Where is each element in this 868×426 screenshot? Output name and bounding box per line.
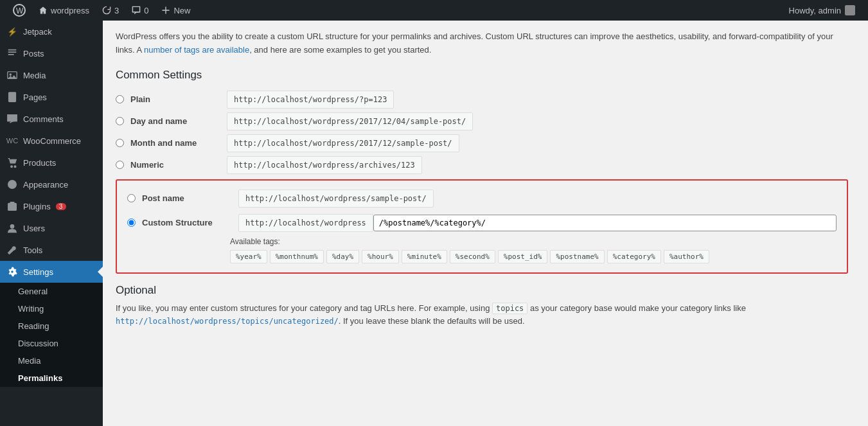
posts-icon bbox=[6, 48, 18, 59]
sidebar-item-jetpack[interactable]: ⚡ Jetpack bbox=[0, 21, 103, 42]
post-name-label: Post name bbox=[142, 193, 232, 203]
plugins-icon bbox=[6, 200, 18, 212]
sidebar-item-pages[interactable]: Pages bbox=[0, 86, 103, 108]
day-name-row: Day and name http://localhost/wordpress/… bbox=[116, 112, 848, 130]
available-tags-area: Available tags: %year% %monthnum% %day% … bbox=[127, 237, 837, 263]
day-name-label: Day and name bbox=[130, 116, 220, 126]
sidebar-item-tools[interactable]: Tools bbox=[0, 239, 103, 261]
tags-link[interactable]: number of tags are available bbox=[144, 45, 249, 55]
submenu-reading[interactable]: Reading bbox=[0, 317, 103, 335]
sidebar-label-plugins: Plugins bbox=[23, 202, 51, 211]
custom-label: Custom Structure bbox=[142, 218, 232, 227]
comments-icon bbox=[132, 6, 141, 15]
updates-item[interactable]: 3 bbox=[96, 0, 125, 21]
tag-year[interactable]: %year% bbox=[230, 250, 267, 263]
tag-postname[interactable]: %postname% bbox=[550, 250, 604, 263]
tag-author[interactable]: %author% bbox=[664, 250, 709, 263]
sidebar-label-settings: Settings bbox=[23, 267, 53, 277]
main-layout: ⚡ Jetpack Posts Media Pages Comments bbox=[0, 21, 868, 426]
submenu-discussion[interactable]: Discussion bbox=[0, 335, 103, 352]
submenu-writing[interactable]: Writing bbox=[0, 300, 103, 317]
tag-monthnum[interactable]: %monthnum% bbox=[270, 250, 324, 263]
post-name-radio[interactable] bbox=[127, 194, 136, 202]
howdy-text: Howdy, admin bbox=[789, 6, 841, 15]
sidebar-label-products: Products bbox=[23, 158, 56, 168]
month-name-row: Month and name http://localhost/wordpres… bbox=[116, 134, 848, 152]
optional-description: If you like, you may enter custom struct… bbox=[116, 302, 848, 329]
sidebar-item-comments[interactable]: Comments bbox=[0, 108, 103, 130]
url-prefix: http://localhost/wordpress bbox=[238, 214, 373, 232]
numeric-radio[interactable] bbox=[116, 161, 124, 169]
sidebar-item-media[interactable]: Media bbox=[0, 64, 103, 86]
sidebar-label-jetpack: Jetpack bbox=[23, 27, 52, 37]
sidebar-item-appearance[interactable]: Appearance bbox=[0, 173, 103, 195]
month-name-label: Month and name bbox=[130, 138, 220, 148]
numeric-url: http://localhost/wordpress/archives/123 bbox=[227, 156, 422, 174]
sidebar-label-comments: Comments bbox=[23, 114, 64, 124]
common-settings-title: Common Settings bbox=[116, 69, 848, 82]
settings-submenu: General Writing Reading Discussion Media… bbox=[0, 283, 103, 387]
month-name-url: http://localhost/wordpress/2017/12/sampl… bbox=[227, 134, 459, 152]
comments-count: 0 bbox=[144, 6, 148, 15]
numeric-label: Numeric bbox=[130, 160, 220, 170]
svg-point-9 bbox=[10, 225, 13, 228]
permalink-options-box: Post name http://localhost/wordpress/sam… bbox=[116, 179, 848, 274]
tag-category[interactable]: %category% bbox=[607, 250, 661, 263]
plain-url: http://localhost/wordpress/?p=123 bbox=[227, 91, 394, 109]
site-name-item[interactable]: wordpress bbox=[32, 0, 96, 21]
custom-structure-input[interactable] bbox=[373, 215, 837, 231]
tag-day[interactable]: %day% bbox=[326, 250, 359, 263]
optional-title: Optional bbox=[116, 284, 848, 297]
custom-structure-row: Custom Structure http://localhost/wordpr… bbox=[127, 214, 837, 232]
sidebar-label-posts: Posts bbox=[23, 49, 44, 58]
settings-icon bbox=[6, 266, 18, 278]
sidebar-label-woocommerce: WooCommerce bbox=[23, 136, 81, 146]
available-tags-label: Available tags: bbox=[230, 237, 837, 246]
post-name-row: Post name http://localhost/wordpress/sam… bbox=[127, 190, 837, 208]
custom-url-input-group: http://localhost/wordpress bbox=[238, 214, 837, 232]
numeric-row: Numeric http://localhost/wordpress/archi… bbox=[116, 156, 848, 174]
comments-item[interactable]: 0 bbox=[125, 0, 155, 21]
tag-hour[interactable]: %hour% bbox=[362, 250, 399, 263]
optional-desc-mid: as your category base would make your ca… bbox=[527, 303, 746, 313]
sidebar-item-products[interactable]: Products bbox=[0, 152, 103, 173]
sidebar-item-users[interactable]: Users bbox=[0, 217, 103, 239]
users-icon bbox=[6, 222, 18, 234]
products-icon bbox=[6, 157, 18, 168]
tags-row: %year% %monthnum% %day% %hour% %minute% … bbox=[230, 250, 837, 263]
tag-second[interactable]: %second% bbox=[450, 250, 495, 263]
svg-rect-4 bbox=[9, 93, 16, 102]
updates-count: 3 bbox=[114, 6, 119, 15]
comments-sidebar-icon bbox=[6, 113, 18, 125]
plain-radio[interactable] bbox=[116, 95, 124, 103]
svg-text:W: W bbox=[16, 6, 24, 15]
day-name-radio[interactable] bbox=[116, 117, 124, 125]
settings-arrow bbox=[98, 267, 103, 277]
sidebar-label-appearance: Appearance bbox=[23, 180, 68, 190]
admin-bar-right: Howdy, admin bbox=[783, 5, 862, 15]
tag-post-id[interactable]: %post_id% bbox=[498, 250, 548, 263]
submenu-general[interactable]: General bbox=[0, 283, 103, 300]
optional-desc-before: If you like, you may enter custom struct… bbox=[116, 303, 492, 313]
sidebar-item-settings[interactable]: Settings bbox=[0, 261, 103, 283]
howdy-item[interactable]: Howdy, admin bbox=[783, 5, 862, 15]
optional-example-url[interactable]: http://localhost/wordpress/topics/uncate… bbox=[116, 317, 339, 326]
wp-logo-item[interactable]: W bbox=[6, 0, 32, 21]
sidebar: ⚡ Jetpack Posts Media Pages Comments bbox=[0, 21, 103, 426]
submenu-media[interactable]: Media bbox=[0, 352, 103, 369]
svg-rect-8 bbox=[8, 204, 17, 211]
media-icon bbox=[6, 69, 18, 81]
submenu-permalinks[interactable]: Permalinks bbox=[0, 369, 103, 387]
woocommerce-icon: WC bbox=[6, 135, 18, 146]
sidebar-item-posts[interactable]: Posts bbox=[0, 42, 103, 64]
tag-minute[interactable]: %minute% bbox=[402, 250, 447, 263]
sidebar-item-woocommerce[interactable]: WC WooCommerce bbox=[0, 130, 103, 152]
sidebar-label-tools: Tools bbox=[23, 245, 42, 255]
custom-radio[interactable] bbox=[127, 218, 136, 227]
day-name-url: http://localhost/wordpress/2017/12/04/sa… bbox=[227, 112, 473, 130]
sidebar-item-plugins[interactable]: Plugins 3 bbox=[0, 195, 103, 217]
month-name-radio[interactable] bbox=[116, 139, 124, 147]
new-item[interactable]: New bbox=[155, 0, 197, 21]
content-area: WordPress offers you the ability to crea… bbox=[103, 21, 868, 426]
sidebar-label-pages: Pages bbox=[23, 93, 47, 102]
